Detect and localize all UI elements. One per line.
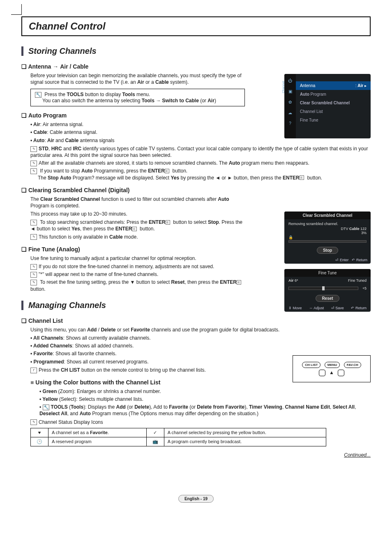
- tools-note: Press the TOOLS button to display Tools …: [30, 89, 245, 106]
- reset-button[interactable]: Reset: [316, 295, 339, 302]
- menu-button: MENU: [325, 362, 340, 368]
- enter-icon: [166, 220, 170, 225]
- favch-button: FAV.CH: [344, 362, 361, 368]
- tools-icon: [35, 92, 42, 98]
- note-icon: [30, 234, 37, 240]
- return-legend: ↶ Return: [352, 258, 367, 262]
- enter-legend: ⏎ Enter: [335, 258, 348, 262]
- broadcast-icon: 📺: [146, 437, 164, 446]
- clock-icon: 🕒: [31, 437, 48, 446]
- osd1-antenna-row: Antenna : Air ▸: [296, 81, 371, 90]
- page-footer: English - 19 BN68-02426A_Eng.indb 19 200…: [21, 495, 371, 503]
- return-key-icon: [338, 370, 344, 376]
- osd1-item: Auto Program: [296, 90, 371, 99]
- status-icons-table: ♥ A channel set as a Favorite. ✓ A chann…: [30, 428, 326, 446]
- osd-fine-tune: Fine Tune Air 6* Fine Tuned +5 Reset ⇕ M…: [284, 269, 371, 312]
- note-icon: [30, 146, 37, 152]
- picture-icon: ☁: [287, 109, 293, 116]
- osd1-tab: Channel: [284, 84, 286, 90]
- tv-icon: ▣: [287, 88, 293, 94]
- note-icon: [30, 220, 37, 225]
- enter-icon: [300, 175, 304, 180]
- page-number: English - 19: [178, 495, 214, 503]
- note-icon: [30, 280, 37, 285]
- gear-icon: ✿: [287, 99, 293, 105]
- note-icon: [30, 161, 37, 166]
- clear-desc1: The Clear Scrambled Channel function is …: [30, 196, 244, 209]
- osd-channel-menu: Channel ⏻ ▣ ✿ ☁ ? Antenna : Air ▸ Auto P…: [284, 74, 371, 138]
- page-title-box: Channel Control: [21, 16, 371, 36]
- antenna-desc: Before your television can begin memoriz…: [30, 72, 244, 85]
- osd1-item: Channel List: [296, 107, 371, 116]
- continued-label: Continued...: [344, 452, 371, 458]
- finetune-desc: Use fine tuning to manually adjust a par…: [30, 255, 244, 262]
- chlist-desc: Using this menu, you can Add / Delete or…: [30, 326, 371, 333]
- osd-clear-scrambled: Clear Scrambled Channel Removing scrambl…: [284, 212, 371, 264]
- check-icon: ✓: [146, 428, 164, 437]
- tools-key-icon: [319, 370, 325, 376]
- heart-icon: ♥: [31, 428, 48, 437]
- enter-icon: [132, 227, 136, 232]
- enter-icon: [237, 280, 241, 285]
- power-icon: ⏻: [287, 77, 293, 84]
- section-storing: Storing Channels: [21, 46, 371, 56]
- enter-icon: [165, 169, 169, 174]
- antenna-heading: Antenna → Air / Cable: [21, 63, 371, 70]
- clear-desc2: This process may take up to 20~30 minute…: [30, 211, 244, 217]
- note-icon: [30, 419, 37, 425]
- up-arrow-icon: ▲: [329, 370, 334, 375]
- page-title: Channel Control: [29, 21, 363, 32]
- lock-icon: 🔒: [288, 235, 293, 239]
- chlist-button: CH LIST: [302, 362, 321, 368]
- note-icon: [30, 264, 37, 270]
- note-icon: [30, 168, 37, 174]
- remote-diagram: CH LIST MENU FAV.CH ▲: [293, 355, 371, 382]
- help-icon: ?: [287, 120, 293, 126]
- tools-icon: [43, 405, 49, 410]
- remote-icon: [30, 368, 37, 373]
- stop-button[interactable]: Stop: [317, 247, 338, 254]
- clear-heading: Clearing Scrambled Channel (Digital): [21, 187, 371, 193]
- osd1-item: Fine Tune: [296, 116, 371, 124]
- osd1-item: Clear Scrambled Channel: [296, 99, 371, 107]
- note-icon: [30, 272, 37, 278]
